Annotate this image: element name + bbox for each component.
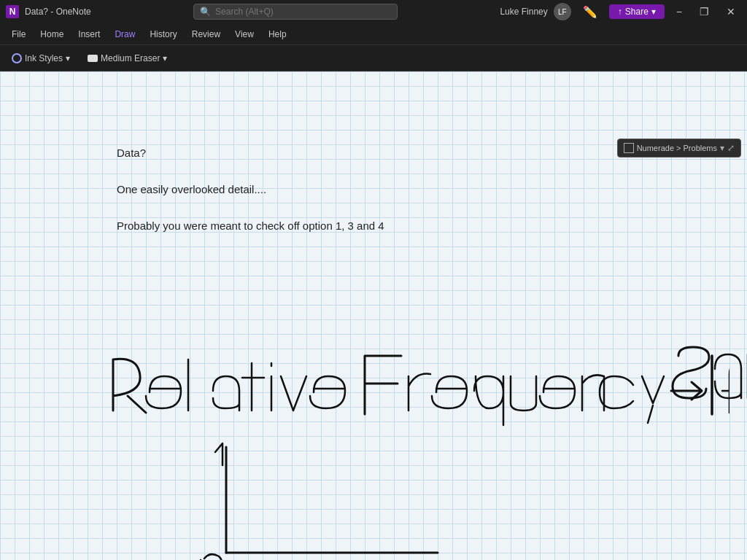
canvas-area[interactable]: Numerade > Problems ▾ ⤢ Data? One easily… [0, 71, 747, 560]
eraser-dropdown-icon: ▾ [163, 53, 167, 63]
note-line-data: Data? [117, 144, 700, 162]
search-icon: 🔍 [200, 7, 211, 17]
letter-F [365, 356, 401, 414]
menu-draw[interactable]: Draw [109, 26, 141, 42]
menubar: File Home Insert Draw History Review Vie… [0, 23, 747, 45]
eraser-label: Medium Eraser [101, 53, 160, 63]
handwriting-svg-2 [642, 290, 747, 436]
titlebar-right: Luke Finney LF ✏️ ↑ Share ▾ − ❐ ✕ [500, 3, 741, 20]
ink-styles-dropdown-icon: ▾ [66, 53, 70, 63]
letter-v [281, 376, 306, 411]
eraser-icon [88, 55, 98, 62]
eraser-button[interactable]: Medium Eraser ▾ [82, 51, 173, 66]
letter-n [582, 375, 604, 411]
menu-help[interactable]: Help [263, 26, 293, 42]
ink-icon [12, 53, 22, 63]
breadcrumb-expand-button[interactable]: ▾ [720, 143, 724, 153]
letter-e2 [310, 376, 345, 408]
letter-r1 [409, 374, 430, 411]
letter-t [242, 363, 264, 411]
breadcrumb: Numerade > Problems ▾ ⤢ [617, 139, 741, 158]
ink-styles-label: Ink Styles [25, 53, 63, 63]
maximize-button[interactable]: ❐ [694, 4, 715, 19]
menu-review[interactable]: Review [186, 26, 226, 42]
letter-a [213, 376, 239, 411]
letter-q [474, 376, 503, 425]
avatar: LF [554, 3, 571, 20]
letter-R [113, 359, 146, 413]
search-input[interactable] [215, 7, 391, 17]
letter-e3 [432, 376, 467, 408]
share-label: Share [625, 7, 649, 17]
share-dropdown-icon: ▾ [651, 7, 656, 17]
handwriting-svg [73, 290, 729, 560]
breadcrumb-page-icon [624, 143, 634, 153]
minimize-button[interactable]: − [670, 4, 688, 19]
menu-history[interactable]: History [144, 26, 182, 42]
titlebar: N Data? - OneNote 🔍 Luke Finney LF ✏️ ↑ … [0, 0, 747, 23]
document-title: Data? - OneNote [25, 7, 91, 17]
note-line-detail: One easily overlooked detail.... [117, 181, 700, 198]
menu-insert[interactable]: Insert [72, 26, 106, 42]
menu-file[interactable]: File [6, 26, 31, 42]
ink-styles-button[interactable]: Ink Styles ▾ [6, 51, 76, 66]
letter-a2 [715, 354, 741, 398]
breadcrumb-fullscreen-button[interactable]: ⤢ [727, 143, 735, 153]
pen-button[interactable]: ✏️ [577, 4, 603, 20]
letter-u [511, 376, 536, 411]
search-box[interactable]: 🔍 [193, 4, 398, 20]
user-name: Luke Finney [500, 7, 547, 17]
breadcrumb-text: Numerade > Problems [637, 144, 717, 152]
x-axis-label-0 [200, 554, 222, 560]
close-button[interactable]: ✕ [721, 4, 741, 19]
note-line-option: Probably you were meant to check off opt… [117, 217, 700, 235]
draw-toolbar: Ink Styles ▾ Medium Eraser ▾ [0, 45, 747, 71]
letter-e1 [146, 376, 181, 408]
menu-home[interactable]: Home [34, 26, 69, 42]
letter-e4 [540, 376, 575, 408]
onenote-logo: N [6, 5, 19, 18]
letter-S [673, 347, 709, 398]
menu-view[interactable]: View [229, 26, 260, 42]
titlebar-left: N Data? - OneNote [6, 5, 91, 18]
handwriting-area [73, 290, 729, 560]
share-icon: ↑ [618, 7, 622, 17]
y-axis-label-1 [215, 443, 222, 465]
note-content: Data? One easily overlooked detail.... P… [117, 144, 700, 241]
share-button[interactable]: ↑ Share ▾ [609, 4, 665, 19]
